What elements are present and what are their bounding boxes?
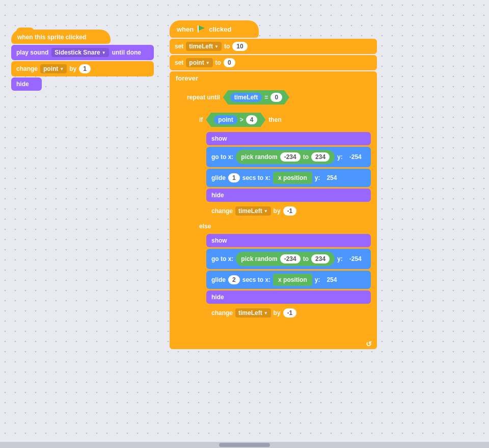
change-var: point <box>43 65 58 72</box>
glide2-label: glide <box>211 276 226 283</box>
x-position1-label: x position <box>278 174 307 181</box>
x-position2-label: x position <box>278 276 307 283</box>
glide2-secs-to-x: secs to x: <box>242 276 270 283</box>
sprite-clicked-label: when this sprite clicked <box>17 34 86 41</box>
pick-random2-label: pick random <box>241 255 277 262</box>
play-sound-block[interactable]: play sound Sidestick Snare until done <box>11 45 154 60</box>
to2-label: to <box>303 255 309 262</box>
gt-sign: > <box>240 116 243 123</box>
change-label: change <box>16 65 38 72</box>
timeleft-dropdown[interactable]: timeLeft <box>186 42 222 51</box>
forever-block: forever repeat until timeLeft = 0 <box>170 71 377 349</box>
pr1-from: -234 <box>280 152 301 162</box>
else-label: else <box>194 221 373 232</box>
point-dropdown[interactable]: point <box>186 58 212 67</box>
y1-label: y: <box>337 153 343 161</box>
when-label: when <box>177 25 194 33</box>
show1-block[interactable]: show <box>206 132 371 145</box>
flag-icon <box>197 24 206 34</box>
set1-label: set <box>175 43 183 50</box>
pr2-from: -234 <box>280 254 301 263</box>
x-position1-block: x position <box>273 172 312 184</box>
scrollbar-thumb[interactable] <box>219 443 270 447</box>
change-timeleft1-block[interactable]: change timeLeft by -1 <box>206 203 371 219</box>
change2-var: timeLeft <box>238 309 262 317</box>
glide2-secs: 2 <box>228 275 240 284</box>
timeleft-oval: timeLeft <box>230 93 262 102</box>
point-val: 0 <box>224 58 235 67</box>
workspace: when this sprite clicked play sound Side… <box>0 0 489 448</box>
change-point-block[interactable]: change point by 1 <box>11 61 154 76</box>
to1-label: to <box>224 43 230 50</box>
hide-block[interactable]: hide <box>11 77 42 91</box>
four-val: 4 <box>246 115 258 124</box>
hide2-label: hide <box>211 294 224 301</box>
show2-label: show <box>211 237 227 244</box>
to1-label: to <box>303 153 309 161</box>
show1-label: show <box>211 135 227 142</box>
pick-random2-block: pick random -234 to 234 <box>236 252 335 266</box>
glide2-y-val: 254 <box>322 275 341 284</box>
goto1-block[interactable]: go to x: pick random -234 to 234 y: -254 <box>206 147 371 167</box>
loop-arrow-icon: ↺ <box>366 340 372 348</box>
goto1-label: go to x: <box>211 153 233 161</box>
repeat-condition: timeLeft = 0 <box>223 90 289 104</box>
change1-by: by <box>274 207 281 215</box>
x-position2-block: x position <box>273 274 312 286</box>
hide1-block[interactable]: hide <box>206 189 371 202</box>
show2-block[interactable]: show <box>206 234 371 247</box>
change-var-dropdown[interactable]: point <box>40 64 67 73</box>
repeat-until-label: repeat until <box>187 94 220 101</box>
left-stack: when this sprite clicked play sound Side… <box>11 30 154 91</box>
point-var: point <box>189 59 204 66</box>
if-condition: point > 4 <box>206 113 265 127</box>
pr1-to: 234 <box>311 152 330 162</box>
if-label: if <box>199 116 203 123</box>
timeleft-val: 10 <box>232 42 247 51</box>
y1-val: -254 <box>345 152 366 162</box>
glide1-y-val: 254 <box>322 173 341 182</box>
timeleft1-dropdown[interactable]: timeLeft <box>235 206 271 216</box>
change2-label: change <box>211 309 233 317</box>
forever-bottom: ↺ <box>170 339 377 349</box>
glide1-y-label: y: <box>315 174 320 181</box>
until-done-label: until done <box>112 49 141 56</box>
change-val: 1 <box>79 64 91 73</box>
right-stack: when clicked set timeLeft to 10 set poin <box>170 20 377 349</box>
pick-random1-label: pick random <box>241 153 277 161</box>
change-timeleft2-block[interactable]: change timeLeft by -1 <box>206 305 371 321</box>
timeleft2-dropdown[interactable]: timeLeft <box>235 308 271 318</box>
scrollbar[interactable] <box>0 442 489 448</box>
glide1-block[interactable]: glide 1 secs to x: x position y: 254 <box>206 169 371 187</box>
y2-val: -254 <box>345 254 366 263</box>
change1-val: -1 <box>283 206 297 216</box>
change2-val: -1 <box>283 308 297 318</box>
change1-var: timeLeft <box>238 207 262 215</box>
sound-name: Sidestick Snare <box>55 49 100 56</box>
glide1-label: glide <box>211 174 226 181</box>
then-label: then <box>268 116 281 123</box>
set2-label: set <box>175 59 183 66</box>
change1-label: change <box>211 207 233 215</box>
forever-label: forever <box>170 71 377 85</box>
glide2-block[interactable]: glide 2 secs to x: x position y: 254 <box>206 271 371 289</box>
equals-sign: = <box>264 94 268 101</box>
hide-label: hide <box>16 81 29 88</box>
when-sprite-clicked-block[interactable]: when this sprite clicked <box>11 30 111 44</box>
goto2-block[interactable]: go to x: pick random -234 to 234 y: -254 <box>206 249 371 269</box>
set-timeleft-block[interactable]: set timeLeft to 10 <box>170 39 377 54</box>
point-oval: point <box>214 115 237 124</box>
sound-dropdown[interactable]: Sidestick Snare <box>51 48 108 57</box>
when-flag-clicked-block[interactable]: when clicked <box>170 20 259 38</box>
hide2-block[interactable]: hide <box>206 291 371 304</box>
pr2-to: 234 <box>311 254 330 263</box>
change2-by: by <box>274 309 281 317</box>
clicked-label: clicked <box>209 25 231 33</box>
svg-rect-0 <box>198 25 199 33</box>
to2-label: to <box>215 59 221 66</box>
glide1-secs-to-x: secs to x: <box>242 174 270 181</box>
play-sound-label: play sound <box>16 49 48 56</box>
if-else-block: if point > 4 then <box>194 110 373 329</box>
set-point-block[interactable]: set point to 0 <box>170 55 377 70</box>
svg-marker-1 <box>199 25 205 31</box>
